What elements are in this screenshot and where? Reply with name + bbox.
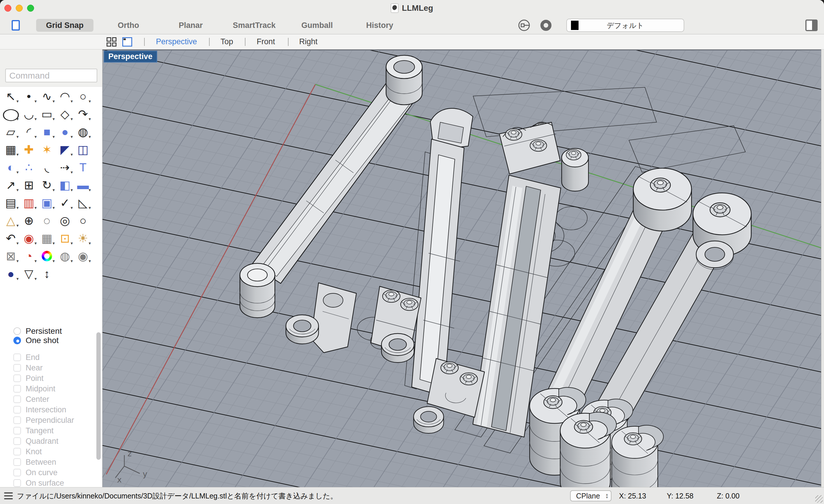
osnap-quadrant[interactable]: Quadrant [13,436,102,447]
viewport-title-badge[interactable]: Perspective [104,50,157,62]
tool-lamp[interactable]: ☀▾ [74,229,92,247]
tool-layout[interactable]: ⊡▾ [56,229,74,247]
tool-plugins[interactable]: ✚ [20,141,38,158]
checkbox[interactable] [13,364,21,372]
tab-front[interactable]: Front [256,34,275,49]
tool-ellipse[interactable]: ◯▾ [2,105,20,123]
left-sidebar-toggle-icon[interactable] [12,20,20,30]
tool-boolean-union[interactable]: ◐▾ [2,158,20,176]
dropdown-arrow-icon[interactable]: ▾ [71,152,73,157]
tool-mesh[interactable]: ▦▾ [2,141,20,158]
tool-arc[interactable]: ◡▾ [20,105,38,123]
tab-right[interactable]: Right [299,34,317,49]
dropdown-arrow-icon[interactable]: ▾ [16,223,19,228]
dropdown-arrow-icon[interactable]: ▾ [16,205,19,210]
tool-single-point[interactable]: •▾ [20,87,38,105]
tool-zoom-selected[interactable]: ○ [74,212,92,229]
osnap-knot[interactable]: Knot [13,447,102,457]
dropdown-arrow-icon[interactable]: ▾ [34,134,37,139]
osnap-tangent[interactable]: Tangent [13,425,102,436]
dropdown-arrow-icon[interactable]: ▾ [16,258,19,264]
dropdown-arrow-icon[interactable]: ▾ [89,241,91,246]
dropdown-arrow-icon[interactable]: ▾ [16,116,19,122]
dropdown-arrow-icon[interactable]: ▾ [71,205,73,210]
osnap-on-curve[interactable]: On curve [13,467,102,478]
tool-render[interactable]: ●▾ [2,265,20,282]
resize-grip[interactable] [815,495,823,503]
viewport-canvas[interactable]: z y x [102,49,824,487]
tool-explode[interactable]: ✶ [38,141,56,158]
radio-button[interactable] [13,328,21,335]
osnap-on-surface[interactable]: On surface [13,478,102,488]
tool-cone[interactable]: ▽▾ [20,265,38,282]
tool-dimension[interactable]: ↕ [38,265,56,282]
tool-extend-curve[interactable]: ⇢▾ [56,158,74,176]
osnap-perpendicular[interactable]: Perpendicular [13,415,102,425]
dropdown-arrow-icon[interactable]: ▾ [16,241,19,246]
tool-text[interactable]: T [74,158,92,176]
dropdown-arrow-icon[interactable]: ▾ [89,205,91,210]
tool-copy[interactable]: ▣▾ [38,194,56,212]
dropdown-arrow-icon[interactable]: ▾ [89,116,91,122]
tool-zoom-dynamic[interactable]: ⊕ [20,212,38,229]
tool-box[interactable]: ■▾ [38,123,56,141]
dropdown-arrow-icon[interactable]: ▾ [71,134,73,139]
radio-one-shot[interactable]: One shot [13,336,102,345]
dropdown-arrow-icon[interactable]: ▾ [16,99,19,104]
osnap-end[interactable]: End [13,352,102,363]
dropdown-arrow-icon[interactable]: ▾ [53,99,55,104]
tool-duplicate[interactable]: ⊞ [20,176,38,194]
dropdown-arrow-icon[interactable]: ▾ [89,187,91,193]
dropdown-arrow-icon[interactable]: ▾ [89,99,91,104]
dropdown-arrow-icon[interactable]: ▾ [34,116,37,122]
tool-surface-patch[interactable]: ◜▾ [20,123,38,141]
tool-control-point-curve[interactable]: ∿▾ [38,87,56,105]
tool-rectangle[interactable]: ▭▾ [38,105,56,123]
radio-button[interactable] [13,337,21,344]
checkbox[interactable] [13,375,21,382]
dropdown-arrow-icon[interactable]: ▾ [53,258,55,264]
tool-boolean-difference[interactable]: ◺▾ [74,194,92,212]
checkbox[interactable] [13,479,21,487]
cplane-select[interactable]: CPlane ▲▼ [570,490,611,501]
dropdown-arrow-icon[interactable]: ▾ [71,258,73,264]
tool-fillet-corner[interactable]: ◟ [38,158,56,176]
menu-gumball[interactable]: Gumball [301,16,333,34]
tool-split[interactable]: ◫ [74,141,92,158]
tool-orient-on-surface[interactable]: △▾ [2,212,20,229]
tool-zoom-extents[interactable]: ◎ [56,212,74,229]
viewport[interactable]: Perspective [102,49,824,487]
four-viewports-icon[interactable] [107,37,116,46]
dropdown-arrow-icon[interactable]: ▾ [89,134,91,139]
dropdown-arrow-icon[interactable]: ▾ [16,152,19,157]
checkbox[interactable] [13,416,21,424]
checkbox[interactable] [13,458,21,466]
tool-color-wheel[interactable]: ▾ [38,247,56,265]
command-input[interactable] [5,69,97,82]
tool-zoom-window[interactable]: ◌ [38,212,56,229]
checkbox[interactable] [13,427,21,434]
osnap-between[interactable]: Between [13,457,102,467]
tool-rectangular-array[interactable]: ▤▾ [2,194,20,212]
tool-check[interactable]: ✓▾ [56,194,74,212]
dropdown-arrow-icon[interactable]: ▾ [16,134,19,139]
tool-solid-union[interactable]: ◧▾ [56,176,74,194]
tool-point-cloud[interactable]: ∴ [20,158,38,176]
tool-shaded-view[interactable]: ◍▾ [56,247,74,265]
fullscreen-button[interactable] [27,5,34,12]
tool-named-view[interactable]: ◉▾ [20,229,38,247]
tool-blend-curve[interactable]: ↷▾ [74,105,92,123]
osnap-point[interactable]: Point [13,373,102,384]
checkbox[interactable] [13,469,21,476]
tool-trim[interactable]: ◤▾ [56,141,74,158]
tool-select[interactable]: ↖▾ [2,87,20,105]
tool-revolve[interactable]: ◍▾ [74,123,92,141]
osnap-center[interactable]: Center [13,394,102,404]
dropdown-arrow-icon[interactable]: ▾ [53,241,55,246]
osnap-near[interactable]: Near [13,363,102,373]
layer-color-swatch[interactable] [571,21,579,30]
tool-circle[interactable]: ○▾ [74,87,92,105]
tool-interpolate-curve[interactable]: ◠▾ [56,87,74,105]
dropdown-arrow-icon[interactable]: ▾ [53,187,55,193]
menu-planar[interactable]: Planar [179,16,203,34]
